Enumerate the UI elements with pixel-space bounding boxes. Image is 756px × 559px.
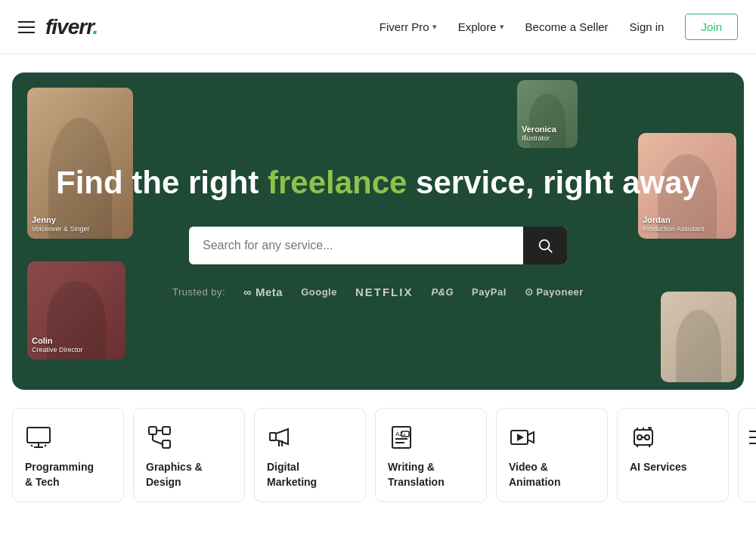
category-label-video: Video &Animation <box>509 460 595 490</box>
category-video-animation[interactable]: Video &Animation <box>496 408 608 502</box>
chevron-down-icon: ▾ <box>500 22 504 32</box>
search-bar <box>189 227 567 264</box>
hero-title: Find the right freelance service, right … <box>56 164 700 202</box>
category-programming-tech[interactable]: Programming& Tech <box>12 408 124 502</box>
categories-section: Programming& Tech Graphics &Design Digit… <box>0 390 756 514</box>
video-icon <box>509 424 536 451</box>
svg-rect-9 <box>163 427 170 434</box>
category-label-marketing: DigitalMarketing <box>267 460 353 490</box>
svg-rect-7 <box>149 427 156 434</box>
hero-content: Find the right freelance service, right … <box>56 164 700 298</box>
brand-paypal: PayPal <box>472 286 507 298</box>
main-nav: Fiverr Pro ▾ Explore ▾ Become a Seller S… <box>380 14 738 40</box>
category-label-graphics: Graphics &Design <box>146 460 232 490</box>
logo-area: fiverr. <box>18 15 98 39</box>
logo[interactable]: fiverr. <box>45 15 98 39</box>
trusted-by-label: Trusted by: <box>172 286 225 298</box>
megaphone-icon <box>267 424 294 451</box>
chevron-down-icon: ▾ <box>432 22 437 32</box>
freelancer-name-colin: Colin <box>32 335 83 346</box>
brand-meta: ∞ Meta <box>243 286 283 298</box>
svg-marker-24 <box>517 434 524 441</box>
search-icon <box>537 237 553 254</box>
svg-rect-8 <box>163 440 170 448</box>
brand-google: Google <box>301 286 337 298</box>
freelancer-name-veronica: Veronica <box>522 124 556 134</box>
svg-marker-23 <box>528 432 534 443</box>
writing-icon: AZ a <box>388 424 415 451</box>
svg-rect-13 <box>270 433 276 440</box>
svg-line-6 <box>45 445 46 446</box>
brand-pg: P&G <box>431 286 454 298</box>
category-digital-marketing[interactable]: DigitalMarketing <box>254 408 366 502</box>
logo-text: fiverr <box>45 15 93 39</box>
search-input[interactable] <box>189 228 523 263</box>
hero-title-part1: Find the right <box>56 165 268 200</box>
brand-payoneer: ⊙ Payoneer <box>525 286 584 298</box>
svg-line-5 <box>31 445 33 446</box>
category-writing-translation[interactable]: AZ a Writing &Translation <box>375 408 487 502</box>
category-ai-services[interactable]: AI Services <box>617 408 729 502</box>
menu-icon <box>746 424 756 451</box>
hero-title-accent: freelance <box>268 165 407 200</box>
vector-icon <box>146 424 173 451</box>
svg-text:a: a <box>403 432 406 437</box>
svg-rect-2 <box>27 428 50 443</box>
nav-join-button[interactable]: Join <box>685 14 738 40</box>
svg-line-1 <box>548 249 552 252</box>
monitor-icon <box>25 424 52 451</box>
nav-explore[interactable]: Explore ▾ <box>458 20 504 33</box>
svg-line-12 <box>153 440 163 444</box>
freelancer-card-veronica: Veronica Illustrator <box>517 80 578 148</box>
category-label-writing: Writing &Translation <box>388 460 474 490</box>
trusted-by-row: Trusted by: ∞ Meta Google NETFLIX P&G Pa… <box>56 286 700 298</box>
svg-point-26 <box>637 435 642 440</box>
category-graphics-design[interactable]: Graphics &Design <box>133 408 245 502</box>
ai-icon <box>630 424 657 451</box>
category-label-ai: AI Services <box>630 460 716 475</box>
hero-title-part2: service, right away <box>407 165 700 200</box>
svg-point-27 <box>645 435 649 440</box>
header: fiverr. Fiverr Pro ▾ Explore ▾ Become a … <box>0 0 756 54</box>
brand-netflix: NETFLIX <box>355 286 414 298</box>
hamburger-menu[interactable] <box>18 21 35 33</box>
hero-section: Jenny Voiceover & Singer Veronica Illust… <box>12 73 744 390</box>
category-label-programming: Programming& Tech <box>25 460 111 490</box>
freelancer-role-veronica: Illustrator <box>522 134 550 142</box>
freelancer-card-extra <box>661 292 736 382</box>
search-button[interactable] <box>523 227 567 264</box>
logo-dot: . <box>93 15 98 39</box>
category-more-partial[interactable] <box>738 408 756 502</box>
svg-point-0 <box>540 239 550 249</box>
nav-fiverr-pro[interactable]: Fiverr Pro ▾ <box>380 20 437 33</box>
nav-sign-in[interactable]: Sign in <box>630 20 665 33</box>
nav-become-seller[interactable]: Become a Seller <box>525 20 609 33</box>
freelancer-role-colin: Creative Director <box>32 346 83 354</box>
